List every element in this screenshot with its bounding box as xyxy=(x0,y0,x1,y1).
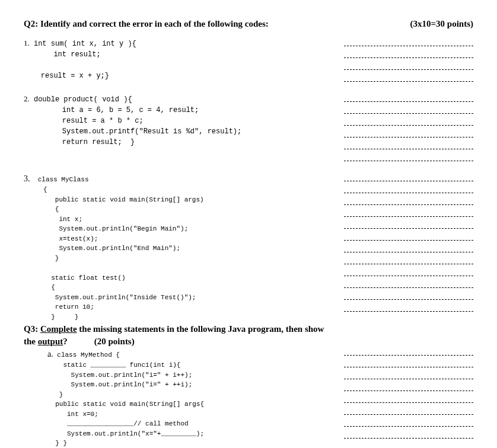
answer-lines-3 xyxy=(332,172,473,315)
blank-line xyxy=(344,418,473,427)
blank-line xyxy=(344,184,473,193)
q3-block: Q3: Complete the missing statements in t… xyxy=(24,323,473,448)
q3-title: Q3: Complete the missing statements in t… xyxy=(24,323,332,348)
blank-line xyxy=(344,370,473,379)
blank-line xyxy=(344,129,473,137)
blank-line xyxy=(344,49,473,58)
q3-left: Q3: Complete the missing statements in t… xyxy=(24,323,332,448)
blank-line xyxy=(344,73,473,82)
blank-line xyxy=(344,430,473,439)
blank-line xyxy=(344,359,473,367)
code-block-1: 1. int sum( int x, int y ){ int result; … xyxy=(24,37,332,81)
blank-line xyxy=(344,37,473,46)
blank-line xyxy=(344,232,473,241)
blank-line xyxy=(344,105,473,114)
blank-line xyxy=(344,152,473,161)
blank-line xyxy=(344,61,473,70)
q2-block-3: 3. class MyClass { public static void ma… xyxy=(24,172,473,322)
blank-line xyxy=(344,172,473,181)
q2-block-1: 1. int sum( int x, int y ){ int result; … xyxy=(24,37,473,85)
blank-line xyxy=(344,140,473,149)
blank-line xyxy=(344,267,473,276)
blank-line xyxy=(344,208,473,217)
blank-line xyxy=(344,291,473,300)
q2-points: (3x10=30 points) xyxy=(410,18,473,30)
blank-line xyxy=(344,382,473,391)
blank-line xyxy=(344,244,473,252)
q2-block-2: 2. double product( void ){ int a = 6, b … xyxy=(24,93,473,164)
q2-header: Q2: Identify and correct the error in ea… xyxy=(24,18,473,30)
blank-line xyxy=(344,117,473,126)
blank-line xyxy=(344,406,473,415)
code-block-3: 3. class MyClass { public static void ma… xyxy=(24,172,332,322)
answer-lines-2 xyxy=(332,93,473,164)
code-block-2: 2. double product( void ){ int a = 6, b … xyxy=(24,93,332,148)
q2-title: Q2: Identify and correct the error in ea… xyxy=(24,18,269,30)
blank-line xyxy=(344,394,473,403)
blank-line xyxy=(344,347,473,356)
blank-line xyxy=(344,93,473,102)
blank-line xyxy=(344,255,473,264)
blank-line xyxy=(344,196,473,205)
blank-line xyxy=(344,303,473,312)
answer-lines-1 xyxy=(332,37,473,85)
blank-line xyxy=(344,220,473,229)
answer-lines-q3 xyxy=(332,323,473,441)
blank-line xyxy=(344,279,473,288)
